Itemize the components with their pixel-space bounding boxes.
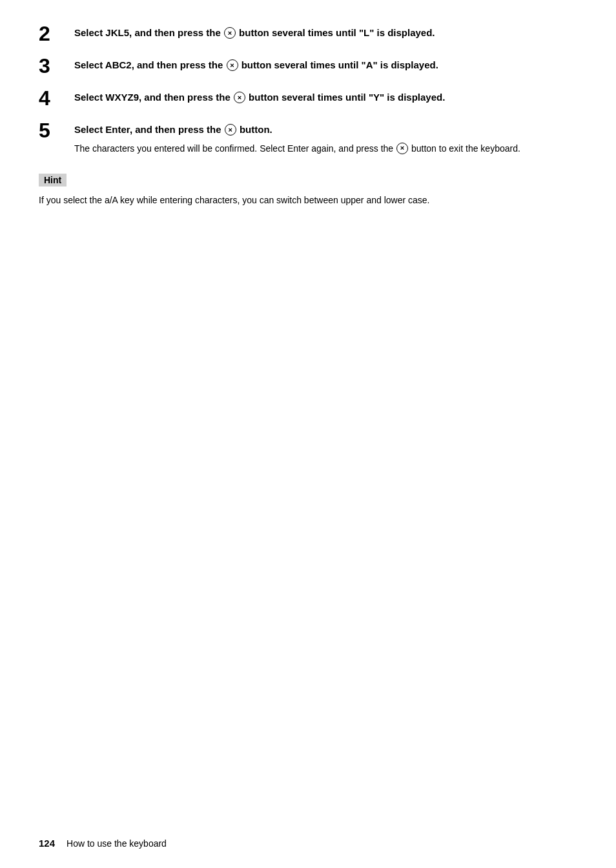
circle-x-icon-3a: × bbox=[227, 59, 238, 71]
hint-text: If you select the a/A key while entering… bbox=[39, 193, 577, 207]
circle-x-icon-5b: × bbox=[396, 143, 408, 154]
step-heading-5: Select Enter, and then press the × butto… bbox=[74, 123, 577, 137]
step-content-3: Select ABC2, and then press the × button… bbox=[74, 58, 577, 73]
page-number: 124 bbox=[39, 838, 55, 849]
step-heading-2: Select JKL5, and then press the × button… bbox=[74, 26, 577, 41]
hint-label: Hint bbox=[39, 174, 67, 187]
page-container: 2 Select JKL5, and then press the × butt… bbox=[0, 0, 616, 256]
footer-text: How to use the keyboard bbox=[67, 838, 167, 849]
hint-box: Hint If you select the a/A key while ent… bbox=[39, 174, 577, 207]
step-number-3: 3 bbox=[39, 56, 74, 76]
step-number-4: 4 bbox=[39, 88, 74, 108]
step-number-2: 2 bbox=[39, 23, 74, 44]
circle-x-icon-2a: × bbox=[224, 27, 236, 39]
step-content-4: Select WXYZ9, and then press the × butto… bbox=[74, 90, 577, 105]
circle-x-icon-5a: × bbox=[225, 124, 236, 136]
step-heading-4: Select WXYZ9, and then press the × butto… bbox=[74, 90, 577, 105]
step-content-2: Select JKL5, and then press the × button… bbox=[74, 26, 577, 41]
step-content-5: Select Enter, and then press the × butto… bbox=[74, 123, 577, 156]
step-4: 4 Select WXYZ9, and then press the × but… bbox=[39, 90, 577, 108]
step-5: 5 Select Enter, and then press the × but… bbox=[39, 123, 577, 156]
step-number-5: 5 bbox=[39, 120, 74, 141]
circle-x-icon-4a: × bbox=[234, 92, 245, 103]
step-heading-3: Select ABC2, and then press the × button… bbox=[74, 58, 577, 73]
step-2: 2 Select JKL5, and then press the × butt… bbox=[39, 26, 577, 44]
step-3: 3 Select ABC2, and then press the × butt… bbox=[39, 58, 577, 76]
page-footer: 124 How to use the keyboard bbox=[39, 838, 577, 849]
step-body-5: The characters you entered will be confi… bbox=[74, 141, 577, 156]
